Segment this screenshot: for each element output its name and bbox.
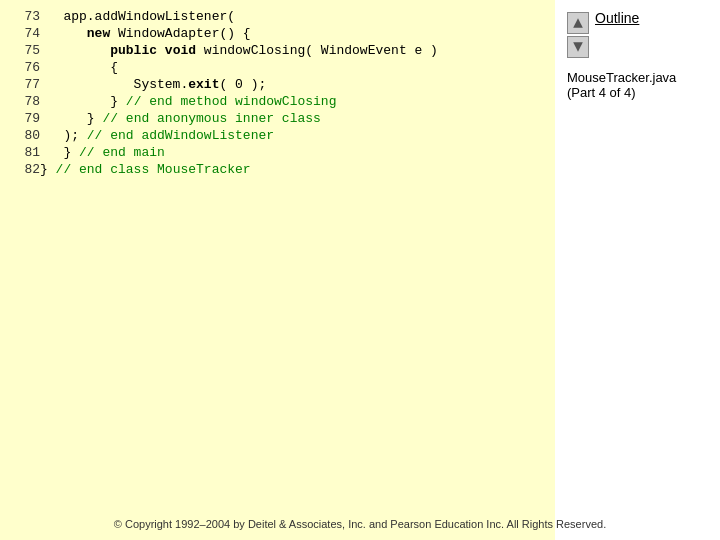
line-number: 73	[12, 8, 40, 25]
line-number: 81	[12, 144, 40, 161]
code-panel: 73 app.addWindowListener( 74 new WindowA…	[0, 0, 555, 540]
table-row: 82 } // end class MouseTracker	[12, 161, 438, 178]
line-number: 78	[12, 93, 40, 110]
table-row: 76 {	[12, 59, 438, 76]
line-number: 79	[12, 110, 40, 127]
main-container: 73 app.addWindowListener( 74 new WindowA…	[0, 0, 720, 540]
right-panel: Outline MouseTracker.java (Part 4 of 4)	[555, 0, 720, 540]
code-line: public void windowClosing( WindowEvent e…	[40, 42, 438, 59]
code-line: System.exit( 0 );	[40, 76, 438, 93]
code-line: new WindowAdapter() {	[40, 25, 438, 42]
line-number: 82	[12, 161, 40, 178]
line-number: 80	[12, 127, 40, 144]
outline-section: Outline	[567, 10, 639, 58]
up-arrow-icon	[572, 17, 584, 29]
line-number: 77	[12, 76, 40, 93]
part-info: (Part 4 of 4)	[567, 85, 636, 100]
code-line: app.addWindowListener(	[40, 8, 438, 25]
table-row: 81 } // end main	[12, 144, 438, 161]
svg-marker-1	[573, 42, 583, 52]
svg-marker-0	[573, 18, 583, 28]
line-number: 74	[12, 25, 40, 42]
code-table: 73 app.addWindowListener( 74 new WindowA…	[12, 8, 438, 178]
table-row: 77 System.exit( 0 );	[12, 76, 438, 93]
table-row: 75 public void windowClosing( WindowEven…	[12, 42, 438, 59]
code-line: } // end anonymous inner class	[40, 110, 438, 127]
file-name: MouseTracker.java	[567, 70, 676, 85]
line-number: 76	[12, 59, 40, 76]
code-line: } // end main	[40, 144, 438, 161]
table-row: 74 new WindowAdapter() {	[12, 25, 438, 42]
code-line: } // end method windowClosing	[40, 93, 438, 110]
outline-up-button[interactable]	[567, 12, 589, 34]
code-line: {	[40, 59, 438, 76]
line-number: 75	[12, 42, 40, 59]
table-row: 80 ); // end addWindowListener	[12, 127, 438, 144]
outline-label[interactable]: Outline	[595, 10, 639, 26]
code-line: ); // end addWindowListener	[40, 127, 438, 144]
copyright-text: © Copyright 1992–2004 by Deitel & Associ…	[114, 518, 606, 530]
outline-down-button[interactable]	[567, 36, 589, 58]
table-row: 73 app.addWindowListener(	[12, 8, 438, 25]
table-row: 78 } // end method windowClosing	[12, 93, 438, 110]
file-info: MouseTracker.java (Part 4 of 4)	[567, 70, 676, 100]
code-line: } // end class MouseTracker	[40, 161, 438, 178]
outline-arrows	[567, 12, 589, 58]
down-arrow-icon	[572, 41, 584, 53]
table-row: 79 } // end anonymous inner class	[12, 110, 438, 127]
